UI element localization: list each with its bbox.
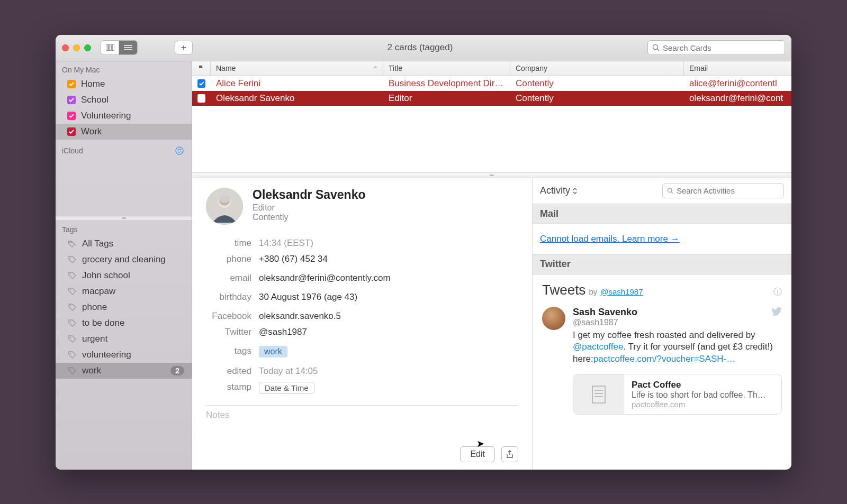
search-cards-input[interactable]: [663, 43, 780, 52]
field-value-facebook[interactable]: oleksandr.savenko.5: [259, 311, 341, 322]
minimize-window-button[interactable]: [73, 44, 80, 51]
tag-item[interactable]: macpaw: [56, 283, 192, 299]
activity-dropdown[interactable]: Activity: [540, 185, 578, 196]
column-title[interactable]: Title: [383, 61, 510, 76]
sidebar-item-label: School: [81, 95, 109, 105]
sidebar-splitter[interactable]: [56, 216, 192, 221]
tag-item[interactable]: phone: [56, 299, 192, 315]
plus-icon: +: [181, 42, 186, 53]
svg-point-10: [70, 273, 71, 274]
table-row[interactable]: Alice Ferini Business Development Dire… …: [192, 76, 791, 91]
svg-point-6: [653, 45, 658, 50]
cell-email: oleksandr@ferini@cont: [684, 93, 791, 104]
twitter-icon: [771, 307, 782, 316]
svg-point-8: [176, 147, 183, 154]
share-icon: [506, 450, 513, 459]
link-card-url: pactcoffee.com: [632, 400, 766, 409]
updown-icon: [572, 187, 578, 195]
tag-label: grocery and cleaning: [82, 254, 166, 265]
sidebar-item-home[interactable]: Home: [56, 76, 192, 92]
field-value-phone[interactable]: +380 (67) 452 34: [259, 254, 328, 264]
list-view-button[interactable]: [119, 41, 137, 54]
cell-name: Oleksandr Savenko: [211, 93, 383, 104]
tags-icon: [67, 239, 77, 249]
sidebar-section-icloud: iCloud: [62, 146, 83, 155]
contact-name: Oleksandr Savenko: [253, 188, 366, 202]
link-thumbnail: [573, 374, 624, 414]
tag-chip[interactable]: work: [259, 346, 287, 358]
field-value-twitter[interactable]: @sash1987: [259, 327, 307, 337]
tag-item[interactable]: grocery and cleaning: [56, 252, 192, 268]
sync-icon[interactable]: [175, 146, 184, 155]
stamp-button[interactable]: Date & Time: [259, 382, 314, 394]
tag-label: volunteering: [82, 350, 131, 360]
sidebar-item-work[interactable]: Work: [56, 124, 192, 140]
search-cards-field[interactable]: [647, 40, 785, 55]
cell-email: alice@ferini@contentl: [684, 78, 791, 89]
tweet[interactable]: Sash Savenko @sash1987 I get my coffee f…: [542, 307, 782, 415]
horizontal-splitter[interactable]: [192, 173, 791, 178]
svg-rect-0: [106, 44, 108, 51]
mail-error-link[interactable]: Cannot load emails. Learn more →: [540, 234, 680, 244]
close-window-button[interactable]: [62, 44, 69, 51]
add-button[interactable]: +: [175, 41, 193, 54]
link-card-title: Pact Coffee: [632, 380, 766, 390]
link-preview-card[interactable]: Pact Coffee Life is too short for bad co…: [573, 374, 782, 415]
column-name[interactable]: Name⌃: [211, 61, 383, 76]
flag-icon: [199, 65, 204, 71]
svg-point-13: [70, 321, 71, 322]
tag-item[interactable]: John school: [56, 268, 192, 283]
checkbox-icon: [67, 127, 76, 136]
tweet-link[interactable]: pactcoffee.com/?voucher=SASH-…: [593, 354, 736, 364]
list-header: Name⌃ Title Company Email: [192, 61, 791, 76]
twitter-section-header: Twitter: [533, 254, 791, 274]
search-activities-input[interactable]: [677, 186, 779, 195]
notes-placeholder[interactable]: Notes: [206, 410, 518, 420]
field-label: tags: [206, 346, 251, 358]
tweet-mention[interactable]: @pactcoffee: [573, 342, 623, 352]
contact-card: Oleksandr Savenko Editor Contently time1…: [192, 178, 532, 470]
field-label: email: [206, 273, 251, 283]
window-title: 2 cards (tagged): [198, 42, 642, 53]
edit-button[interactable]: Edit: [460, 446, 495, 462]
contact-company: Contently: [253, 213, 366, 222]
column-email[interactable]: Email: [684, 61, 791, 76]
search-activities-field[interactable]: [662, 184, 784, 198]
field-value-email[interactable]: oleksandr@ferini@contently.com: [259, 273, 391, 283]
row-checkbox[interactable]: [197, 79, 205, 88]
cell-name: Alice Ferini: [211, 78, 383, 89]
sidebar-section-on-my-mac: On My Mac: [56, 61, 192, 76]
tag-item-work[interactable]: work2: [56, 363, 192, 379]
tag-item-all[interactable]: All Tags: [56, 236, 192, 252]
tag-label: macpaw: [82, 286, 115, 297]
sidebar-item-label: Home: [81, 79, 105, 89]
tag-label: work: [82, 365, 101, 376]
column-flag[interactable]: [192, 61, 211, 76]
columns-view-button[interactable]: [101, 41, 119, 54]
tweets-heading: Tweets: [542, 282, 585, 298]
tag-item[interactable]: volunteering: [56, 347, 192, 363]
sidebar-item-volunteering[interactable]: Volunteering: [56, 108, 192, 124]
checkbox-icon: [67, 80, 76, 88]
tag-item[interactable]: urgent: [56, 331, 192, 347]
tweet-avatar[interactable]: [542, 307, 565, 330]
maximize-window-button[interactable]: [84, 44, 91, 51]
checkbox-icon: [67, 112, 76, 120]
cell-title: Editor: [383, 93, 510, 104]
share-button[interactable]: [501, 446, 518, 462]
row-checkbox[interactable]: [197, 94, 205, 103]
table-row-selected[interactable]: Oleksandr Savenko Editor Contently oleks…: [192, 91, 791, 106]
info-icon[interactable]: ⓘ: [773, 287, 782, 298]
tag-count-badge: 2: [170, 366, 184, 375]
sidebar-item-school[interactable]: School: [56, 92, 192, 108]
tag-item[interactable]: to be done: [56, 315, 192, 331]
column-company[interactable]: Company: [510, 61, 684, 76]
svg-point-9: [70, 258, 71, 259]
tag-label: John school: [82, 270, 130, 281]
avatar[interactable]: [206, 188, 243, 225]
window-controls: [62, 44, 91, 51]
tweets-handle-link[interactable]: @sash1987: [600, 287, 643, 296]
field-value-edited: Today at 14:05: [259, 366, 318, 377]
svg-point-20: [668, 188, 672, 193]
field-label: time: [206, 238, 251, 249]
